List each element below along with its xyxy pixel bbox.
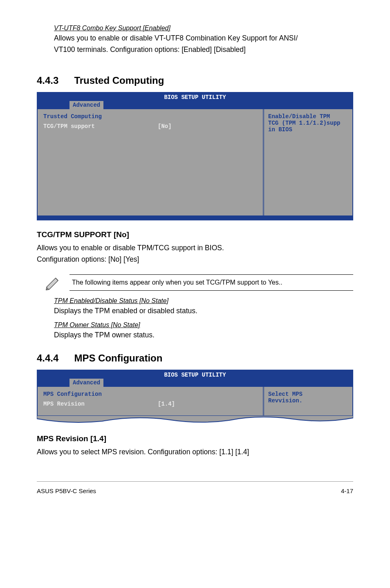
bios-help-pane-mps: Select MPS Revvision. [264, 387, 352, 415]
tpm-enabled-heading: TPM Enabled/Disable Status [No State] [54, 297, 353, 305]
note-block: The following items appear only when you… [44, 274, 353, 291]
tcg-tpm-support-heading: TCG/TPM SUPPORT [No] [37, 230, 353, 239]
bios-row-value: [No] [158, 123, 172, 130]
bios-left-pane-mps: MPS Configuration MPS Revision [1.4] [38, 387, 264, 415]
tpm-owner-body: Displays the TPM owner status. [54, 330, 353, 340]
section-444-header: 4.4.4 MPS Configuration [37, 352, 353, 364]
bios-header-title: BIOS SETUP UTILITY [164, 94, 226, 101]
section-444-title: MPS Configuration [74, 352, 162, 364]
tpm-owner-block: TPM Owner Status [No State] Displays the… [54, 321, 353, 340]
bios-body-mps: MPS Configuration MPS Revision [1.4] Sel… [38, 387, 352, 415]
footer-right: 4-17 [341, 487, 353, 494]
bios-row-mps-revision[interactable]: MPS Revision [1.4] [43, 401, 257, 407]
section-444-number: 4.4.4 [37, 352, 58, 364]
bios-left-pane: Trusted Computing TCG/TPM support [No] [38, 109, 264, 215]
torn-edge-graphic [37, 415, 353, 424]
bios-help-line2: TCG (TPM 1.1/1.2)supp [268, 120, 348, 126]
bios-help-line1: Enable/Disable TPM [268, 113, 348, 120]
bios-body: Trusted Computing TCG/TPM support [No] E… [38, 109, 352, 215]
bios-header-title-mps: BIOS SETUP UTILITY [164, 372, 226, 378]
pencil-note-icon [44, 275, 62, 290]
bios-tab-advanced-mps[interactable]: Advanced [69, 379, 103, 387]
bios-row-key: TCG/TPM support [43, 123, 158, 130]
page-footer: ASUS P5BV-C Series 4-17 [37, 481, 353, 494]
bios-header-mps: BIOS SETUP UTILITY Advanced [38, 370, 352, 387]
bios-help-pane: Enable/Disable TPM TCG (TPM 1.1/1.2)supp… [264, 109, 352, 215]
tpm-enabled-block: TPM Enabled/Disable Status [No State] Di… [54, 297, 353, 316]
tcg-tpm-body2: Configuration options: [No] [Yes] [37, 255, 353, 265]
footer-left: ASUS P5BV-C Series [37, 487, 96, 494]
bios-section-title-mps: MPS Configuration [43, 391, 257, 397]
intro-line1: Allows you to enable or disable VT-UTF8 … [54, 34, 353, 43]
bios-header: BIOS SETUP UTILITY Advanced [38, 93, 352, 109]
mps-revision-body: Allows you to select MPS revision. Confi… [37, 447, 353, 457]
bios-help-line2-mps: Revvision. [268, 397, 348, 404]
bios-footer-bar [38, 215, 352, 220]
intro-block: VT-UTF8 Combo Key Support [Enabled] Allo… [54, 25, 353, 54]
bios-help-line3: in BIOS [268, 126, 348, 133]
bios-tab-advanced[interactable]: Advanced [69, 101, 103, 109]
section-443-number: 4.4.3 [37, 75, 58, 86]
bios-panel-mps-configuration: BIOS SETUP UTILITY Advanced MPS Configur… [37, 370, 353, 415]
bios-panel-trusted-computing: BIOS SETUP UTILITY Advanced Trusted Comp… [37, 92, 353, 220]
tpm-enabled-body: Displays the TPM enabled or disabled sta… [54, 306, 353, 316]
tcg-tpm-body1: Allows you to enable or disable TPM/TCG … [37, 243, 353, 253]
bios-section-title: Trusted Computing [43, 113, 257, 120]
intro-line2: VT100 terminals. Configuration options: … [54, 45, 353, 55]
bios-row-tcg-tpm-support[interactable]: TCG/TPM support [No] [43, 123, 257, 130]
section-443-header: 4.4.3 Trusted Computing [37, 75, 353, 86]
mps-revision-heading: MPS Revision [1.4] [37, 434, 353, 443]
bios-row-value-mps: [1.4] [158, 401, 175, 407]
bios-help-line1-mps: Select MPS [268, 391, 348, 397]
note-text: The following items appear only when you… [69, 274, 353, 291]
intro-heading: VT-UTF8 Combo Key Support [Enabled] [54, 25, 353, 32]
section-443-title: Trusted Computing [74, 75, 164, 86]
tpm-owner-heading: TPM Owner Status [No State] [54, 321, 353, 329]
bios-row-key-mps: MPS Revision [43, 401, 158, 407]
